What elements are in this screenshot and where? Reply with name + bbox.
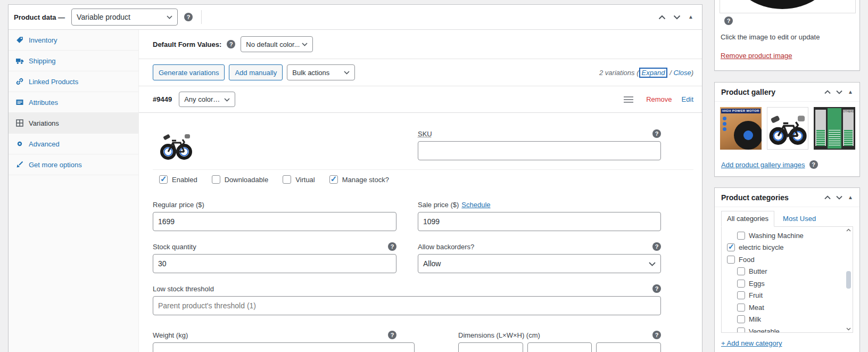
add-manually-button[interactable]: Add manually [229,64,283,80]
downloadable-option[interactable]: Downloadable [212,175,268,184]
bike-image [159,129,193,163]
expand-link[interactable]: Expand [639,68,667,78]
downloadable-checkbox[interactable] [212,175,220,184]
weight-input[interactable] [153,342,415,352]
help-icon[interactable] [388,331,396,339]
help-icon[interactable] [652,129,661,138]
category-checkbox[interactable] [737,328,745,333]
gallery-thumbnail-1[interactable]: HIGH POWER MOTOR [720,107,762,150]
tab-most-used[interactable]: Most Used [783,215,816,223]
bulk-actions-value: Bulk actions [292,69,329,77]
category-item[interactable]: Fruit [722,290,853,302]
nav-item-attributes[interactable]: Attributes [9,92,138,113]
scroll-up-icon[interactable] [846,228,851,232]
category-checkbox[interactable] [737,232,745,240]
default-color-select[interactable]: No default color... [241,36,313,52]
category-item[interactable]: electric bicycle [722,242,853,254]
category-checkbox[interactable] [737,267,745,275]
gallery-thumbnail-3[interactable]: OTHERS [814,107,855,150]
dimension-length-input[interactable] [458,342,523,352]
nav-item-advanced[interactable]: Advanced [9,134,138,154]
generate-variations-button[interactable]: Generate variations [153,64,225,80]
help-icon[interactable] [652,331,661,339]
help-icon[interactable] [724,17,733,25]
nav-item-get-more-options[interactable]: Get more options [9,154,138,175]
low-stock-threshold-input[interactable] [153,296,661,315]
nav-item-linked-products[interactable]: Linked Products [9,71,138,92]
tag-icon [15,36,24,44]
collapse-toggle-icon[interactable]: ▲ [688,14,693,20]
category-label: Milk [749,315,761,323]
close-link[interactable]: Close [673,69,691,77]
virtual-option[interactable]: Virtual [283,175,315,184]
bike-image [767,108,808,149]
manage-stock-option[interactable]: Manage stock? [329,175,389,184]
help-icon[interactable] [652,242,661,251]
move-up-icon[interactable] [824,195,831,200]
add-new-category-link[interactable]: + Add new category [721,339,782,347]
nav-item-variations[interactable]: Variations [9,113,138,134]
sale-price-input[interactable] [418,212,661,231]
category-label: Fruit [749,291,763,299]
paren: ) [691,69,693,77]
scrollbar-thumb[interactable] [846,271,851,289]
dimension-height-input[interactable] [596,342,661,352]
product-type-select[interactable]: Variable product [71,9,178,26]
category-item[interactable]: Eggs [722,277,853,290]
category-item[interactable]: Washing Machine [722,230,853,242]
move-down-icon[interactable] [673,15,681,20]
category-checkbox[interactable] [737,315,745,323]
nav-label: Get more options [29,161,82,169]
enabled-checkbox[interactable] [159,175,168,184]
help-icon[interactable] [227,40,235,48]
sku-input[interactable] [418,141,661,160]
category-checkbox[interactable] [737,304,745,312]
dimension-width-input[interactable] [527,342,592,352]
help-icon[interactable] [809,160,818,169]
virtual-checkbox[interactable] [283,175,291,184]
help-icon[interactable] [388,242,396,251]
category-item[interactable]: Meat [722,301,853,314]
chevron-down-icon [649,262,656,266]
edit-variation-link[interactable]: Edit [682,95,693,103]
move-down-icon[interactable] [836,195,842,200]
category-checkbox[interactable] [737,280,745,288]
move-down-icon[interactable] [836,90,842,94]
category-checkbox[interactable] [727,256,735,264]
category-item[interactable]: Food [722,253,853,266]
badge-dot [723,127,726,131]
collapse-toggle-icon[interactable]: ▲ [848,89,853,95]
category-label: Eggs [749,280,765,288]
schedule-link[interactable]: Schedule [461,201,490,209]
variation-image-thumbnail[interactable] [159,129,193,163]
stock-quantity-input[interactable] [153,254,396,273]
bulk-actions-select[interactable]: Bulk actions [287,64,355,80]
move-up-icon[interactable] [824,90,831,94]
tab-all-categories[interactable]: All categories [721,211,774,227]
category-item[interactable]: Butter [722,266,853,278]
nav-item-shipping[interactable]: Shipping [9,51,138,71]
category-item[interactable]: Milk [722,314,853,326]
remove-product-image-link[interactable]: Remove product image [721,52,792,60]
category-item[interactable]: Vegetable [722,325,853,333]
drag-handle-icon[interactable] [624,99,633,100]
gallery-thumbnail-2[interactable] [767,107,808,150]
regular-price-input[interactable] [153,212,396,231]
enabled-option[interactable]: Enabled [159,175,197,184]
scroll-down-icon[interactable] [846,328,851,331]
product-data-panel: Product data — Variable product ▲ Invent… [8,4,702,352]
add-gallery-images-link[interactable]: Add product gallery images [721,161,805,169]
category-checkbox[interactable] [727,243,735,251]
category-checkbox[interactable] [737,291,745,299]
help-icon[interactable] [652,284,661,293]
manage-stock-checkbox[interactable] [329,175,338,184]
collapse-toggle-icon[interactable]: ▲ [848,195,853,200]
help-icon[interactable] [184,13,193,21]
variation-attribute-select[interactable]: Any color… [179,92,235,107]
move-up-icon[interactable] [658,15,666,20]
allow-backorders-select[interactable]: Allow [418,254,661,273]
default-form-values-label: Default Form Values: [153,40,221,48]
remove-variation-link[interactable]: Remove [646,95,672,103]
featured-product-image[interactable] [720,0,856,13]
nav-item-inventory[interactable]: Inventory [9,30,138,51]
